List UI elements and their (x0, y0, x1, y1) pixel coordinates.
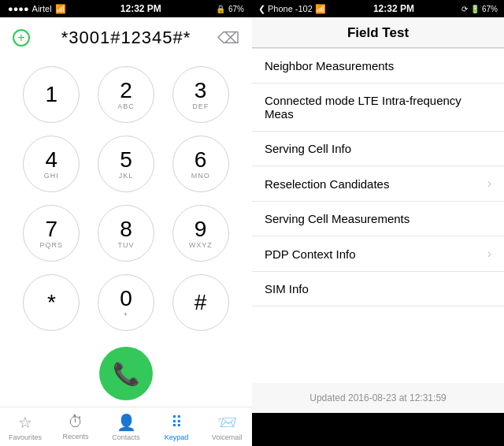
key-7[interactable]: 7PQRS (23, 205, 80, 262)
call-button[interactable]: 📞 (99, 347, 153, 400)
delete-button[interactable]: ⌫ (217, 28, 239, 47)
key-letters: JKL (119, 172, 134, 180)
key-4[interactable]: 4GHI (23, 136, 80, 192)
keypad-icon: ⠿ (171, 413, 183, 432)
status-bar-left: ●●●● Airtel 📶 12:32 PM 🔒 67% (0, 0, 252, 17)
key-number: * (47, 292, 56, 314)
tab-favourites[interactable]: ☆ Favourites (0, 407, 50, 446)
key-9[interactable]: 9WXYZ (172, 205, 229, 262)
key-letters: MNO (191, 172, 210, 180)
dialer-display: + *3001#12345#* ⌫ (0, 17, 252, 58)
menu-item[interactable]: Serving Cell Measurements (252, 202, 504, 236)
battery-info: 🔒 67% (216, 5, 244, 13)
menu-item-label: SIM Info (265, 282, 309, 295)
back-label: Phone (268, 4, 293, 13)
bottom-tabs: ☆ Favourites ⏱ Recents 👤 Contacts ⠿ Keyp… (0, 407, 252, 446)
tab-voicemail[interactable]: 📨 Voicemail (202, 407, 252, 446)
battery-percent: 67% (228, 5, 244, 13)
battery-icon-right: 🔋 (470, 5, 480, 13)
menu-item[interactable]: Serving Cell Info (252, 132, 504, 166)
key-5[interactable]: 5JKL (98, 136, 154, 192)
dialed-number: *3001#12345#* (61, 28, 191, 48)
key-number: 9 (195, 218, 207, 240)
tab-keypad-label: Keypad (165, 433, 189, 441)
contacts-icon: 👤 (117, 413, 136, 432)
key-number: 8 (120, 218, 132, 240)
key-number: 3 (195, 80, 207, 102)
rotate-icon: ⟳ (461, 5, 468, 13)
add-call-button[interactable]: + (13, 29, 30, 46)
key-number: 6 (195, 149, 207, 171)
back-chevron: ❮ (258, 4, 265, 14)
key-number: 5 (120, 149, 132, 171)
key-*[interactable]: * (23, 274, 80, 331)
black-bar (252, 413, 504, 446)
clock-icon: ⏱ (68, 413, 83, 431)
menu-item[interactable]: SIM Info (252, 272, 504, 307)
key-1[interactable]: 1 (23, 66, 80, 123)
key-0[interactable]: 0+ (98, 274, 154, 331)
battery-pct-right: 67% (482, 5, 498, 13)
tab-keypad[interactable]: ⠿ Keypad (151, 407, 202, 446)
wifi-icon-right: 📶 (315, 4, 326, 14)
phone-icon: 📞 (113, 361, 140, 387)
key-number: 1 (46, 84, 58, 106)
key-number: 7 (46, 218, 58, 240)
tab-recents-label: Recents (62, 433, 88, 440)
key-6[interactable]: 6MNO (172, 136, 229, 192)
voicemail-icon: 📨 (217, 413, 237, 432)
key-2[interactable]: 2ABC (98, 66, 154, 123)
carrier-info: ●●●● Airtel 📶 (8, 4, 66, 14)
key-#[interactable]: # (172, 274, 229, 331)
field-test-panel: ❮ Phone -102 📶 12:32 PM ⟳ 🔋 67% Field Te… (252, 0, 504, 446)
key-number: 0 (120, 288, 132, 310)
menu-item[interactable]: Reselection Candidates› (252, 166, 504, 202)
status-bar-right: ❮ Phone -102 📶 12:32 PM ⟳ 🔋 67% (252, 0, 504, 17)
key-letters: PQRS (40, 241, 64, 249)
chevron-right-icon: › (487, 177, 491, 191)
nav-bar: Field Test (252, 17, 504, 48)
key-3[interactable]: 3DEF (172, 66, 229, 123)
key-letters: WXYZ (189, 241, 213, 249)
key-letters: ABC (117, 102, 135, 110)
star-icon: ☆ (18, 413, 32, 432)
menu-item-label: Reselection Candidates (265, 177, 389, 191)
tab-contacts-label: Contacts (112, 433, 140, 441)
wifi-icon: 📶 (55, 4, 66, 14)
menu-item[interactable]: Connected mode LTE Intra-frequency Meas (252, 84, 504, 132)
key-letters: DEF (192, 102, 209, 110)
tab-contacts[interactable]: 👤 Contacts (101, 407, 151, 446)
menu-item[interactable]: PDP Context Info› (252, 236, 504, 272)
keypad-grid: 12ABC3DEF4GHI5JKL6MNO7PQRS8TUV9WXYZ*0+# (0, 58, 252, 339)
signal-strength: -102 (295, 4, 313, 13)
menu-item-label: Serving Cell Info (265, 142, 351, 155)
menu-item-label: Connected mode LTE Intra-frequency Meas (265, 94, 491, 121)
key-number: 4 (46, 149, 58, 171)
signal-dots: ●●●● (8, 4, 29, 13)
tab-recents[interactable]: ⏱ Recents (50, 407, 101, 446)
dialer-panel: ●●●● Airtel 📶 12:32 PM 🔒 67% + *3001#123… (0, 0, 252, 446)
time-display: 12:32 PM (120, 3, 161, 14)
key-letters: + (124, 310, 128, 318)
menu-list: Neighbor MeasurementsConnected mode LTE … (252, 48, 504, 383)
key-letters: GHI (44, 172, 59, 180)
menu-item-label: Serving Cell Measurements (265, 212, 410, 225)
updated-text: Updated 2016-08-23 at 12:31:59 (252, 383, 504, 413)
menu-item-label: PDP Context Info (265, 247, 356, 261)
menu-item-label: Neighbor Measurements (265, 59, 394, 72)
chevron-right-icon: › (487, 247, 491, 261)
tab-favourites-label: Favourites (9, 433, 42, 441)
menu-item[interactable]: Neighbor Measurements (252, 48, 504, 84)
page-title: Field Test (252, 25, 504, 41)
key-letters: TUV (117, 241, 134, 249)
key-number: # (195, 292, 207, 314)
key-8[interactable]: 8TUV (98, 205, 154, 262)
time-right: 12:32 PM (373, 3, 414, 14)
right-battery: ⟳ 🔋 67% (461, 5, 498, 13)
key-number: 2 (120, 80, 132, 102)
carrier-name: Airtel (32, 4, 52, 13)
tab-voicemail-label: Voicemail (212, 433, 243, 441)
lock-icon: 🔒 (216, 5, 225, 13)
back-info: ❮ Phone -102 📶 (258, 4, 326, 14)
call-button-row: 📞 (0, 339, 252, 407)
